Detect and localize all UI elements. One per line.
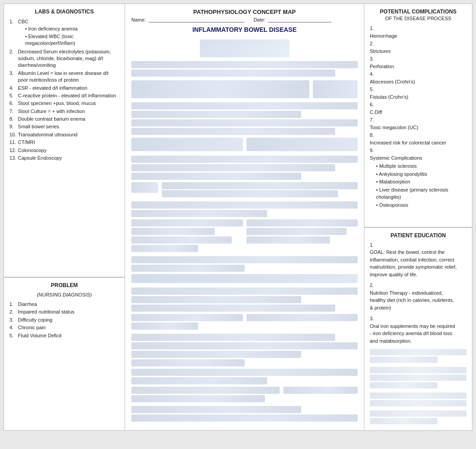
problem-section: PROBLEM (NURSING DIAGNOSIS) 1. Diarrhea … — [4, 278, 125, 430]
list-item: 8. Double contrast barium enema — [9, 116, 119, 122]
list-item: 4. Abscesses (Crohn's) — [370, 70, 467, 85]
bullet-sub: Iron deficiency anemia Elevated WBC (tox… — [18, 26, 119, 47]
list-item: 9. Small bowel series — [9, 123, 119, 130]
list-item: Iron deficiency anemia — [25, 26, 119, 32]
concept-row-1 — [131, 61, 358, 78]
list-item: 1. Hemorrhage — [370, 25, 467, 39]
concept-row-2 — [131, 80, 358, 100]
list-item: Elevated WBC (toxic megacolon/perf/infla… — [25, 33, 119, 47]
list-item: 6. C.Diff — [370, 101, 467, 116]
list-item: 4. Chronic pain — [9, 324, 119, 331]
page-wrapper: LABS & DIAGNOSTICS 1. CBC Iron deficienc… — [0, 0, 476, 434]
list-item: Ankylosing spondylitis — [376, 170, 467, 178]
list-item: 1. CBC Iron deficiency anemia Elevated W… — [9, 18, 119, 48]
systemic-bullets: Multiple sclerosis Ankylosing spondyliti… — [370, 162, 467, 209]
right-panel: POTENTIAL COMPLICATIONS OF THE DISEASE P… — [364, 4, 472, 430]
list-item: Osteoporosis — [376, 201, 467, 209]
center-title: PATHOPHYSIOLOGY CONCEPT MAP — [131, 9, 358, 15]
main-container: LABS & DIAGNOSTICS 1. CBC Iron deficienc… — [4, 4, 472, 431]
blurred-additional — [370, 349, 467, 424]
complications-title: POTENTIAL COMPLICATIONS — [370, 9, 467, 15]
problem-list: 1. Diarrhea 2. Impaired nutritional stat… — [9, 301, 119, 339]
concept-map-area — [131, 38, 358, 426]
list-item: 3. Difficulty coping — [9, 317, 119, 323]
problem-subtitle: (NURSING DIAGNOSIS) — [9, 292, 119, 297]
ibd-title: INFLAMMATORY BOWEL DISEASE — [131, 26, 358, 33]
list-item: Liver disease (primary sclerosis cholang… — [376, 186, 467, 201]
list-item: 5. Fluid Volume Deficit — [9, 332, 119, 339]
list-item: Malabsorption — [376, 178, 467, 186]
list-item: 1. Diarrhea — [9, 301, 119, 308]
complications-list: 1. Hemorrhage 2. Strictures 3. Perforati… — [370, 25, 467, 161]
list-item: 7. Stool Culture = + with infection — [9, 108, 119, 115]
list-item: 3. Oral iron supplements may be required… — [370, 315, 467, 344]
list-item: 13. Capsule Endoscopy — [9, 155, 119, 161]
list-item: 6. Stool specimen +pus, blood, mucus — [9, 100, 119, 107]
list-item: 11. CT/MRI — [9, 139, 119, 146]
patient-ed-title: PATIENT EDUCATION — [370, 232, 467, 239]
list-item: 2. Strictures — [370, 40, 467, 55]
patient-ed-list: 1. GOAL: Rest the bowel, control the inf… — [370, 241, 467, 345]
list-item: 5. C-reactive protein - elevated d/t inf… — [9, 92, 119, 99]
labs-title: LABS & DIAGNOSTICS — [9, 9, 119, 15]
list-item: 5. Fistulas (Crohn's) — [370, 86, 467, 100]
complications-subtitle: OF THE DISEASE PROCESS — [370, 16, 467, 21]
list-item: 8. Increased risk for colorectal cancer — [370, 131, 467, 146]
center-panel: PATHOPHYSIOLOGY CONCEPT MAP Name: ______… — [125, 4, 364, 430]
complications-section: POTENTIAL COMPLICATIONS OF THE DISEASE P… — [364, 4, 472, 227]
list-item: 1. GOAL: Rest the bowel, control the inf… — [370, 241, 467, 279]
list-item: 2. Decreased Serum electrolytes (potassi… — [9, 48, 119, 69]
list-item: Multiple sclerosis — [376, 162, 467, 170]
date-field: Date: _______________________ — [254, 17, 331, 22]
list-item: 12. Colonoscopy — [9, 147, 119, 154]
list-item: 4. ESR - elevated d/t inflammation — [9, 85, 119, 92]
left-panel: LABS & DIAGNOSTICS 1. CBC Iron deficienc… — [4, 4, 125, 430]
list-item: 9. Systemic Complications — [370, 147, 467, 161]
problem-title: PROBLEM — [9, 282, 119, 288]
list-item: 3. Albumin Level = low in severe disease… — [9, 70, 119, 84]
labs-list: 1. CBC Iron deficiency anemia Elevated W… — [9, 18, 119, 161]
list-item: 3. Perforation — [370, 55, 467, 70]
name-date-row: Name: __________________________________… — [131, 17, 358, 22]
concept-block — [131, 61, 358, 78]
patient-education-section: PATIENT EDUCATION 1. GOAL: Rest the bowe… — [364, 228, 472, 431]
list-item: 7. Toxic megacolon (UC) — [370, 116, 467, 131]
labs-section: LABS & DIAGNOSTICS 1. CBC Iron deficienc… — [4, 4, 125, 277]
name-field: Name: __________________________________… — [131, 17, 245, 22]
list-item: 10. Transabdominal ultrasound — [9, 131, 119, 138]
list-item: 2. Impaired nutritional status — [9, 309, 119, 315]
list-item: 2. Nutrition Therapy - individualized, h… — [370, 282, 467, 311]
